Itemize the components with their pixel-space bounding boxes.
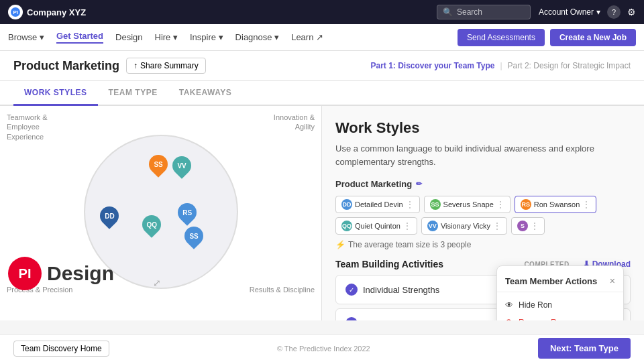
search-placeholder: Search xyxy=(457,7,482,17)
help-icon[interactable]: ? xyxy=(607,5,621,19)
top-navigation: PI Company XYZ 🔍 Search Account Owner ▾ … xyxy=(0,0,644,24)
remove-icon: 🗑 xyxy=(505,318,513,320)
edit-icon[interactable]: ✏ xyxy=(416,180,422,188)
popup-title: Team Member Actions xyxy=(505,276,597,286)
work-styles-description: Use a common language to build individua… xyxy=(335,142,631,168)
label-teamwork: Teamwork & Employee Experience xyxy=(7,113,74,141)
member-avatar-s: S xyxy=(517,221,528,231)
member-avatar-ss: SS xyxy=(430,199,441,210)
member-avatar-vv: VV xyxy=(427,221,438,231)
dot-dd-blue: DD xyxy=(96,202,123,229)
share-summary-button[interactable]: ↑ Share Summary xyxy=(126,58,206,74)
top-nav-right: Account Owner ▾ ? ⚙ xyxy=(539,5,636,19)
pi-design-section: PI Design xyxy=(8,257,114,290)
popup-close-button[interactable]: × xyxy=(610,276,615,286)
search-icon: 🔍 xyxy=(443,7,453,17)
dot-rs-blue: RS xyxy=(174,199,201,226)
member-menu-vv[interactable]: ⋮ xyxy=(493,221,501,231)
account-button[interactable]: Account Owner ▾ xyxy=(539,7,600,17)
member-avatar-rs: RS xyxy=(521,199,531,210)
member-chip-severus-snape[interactable]: SS Severus Snape ⋮ xyxy=(424,196,511,213)
svg-text:PI: PI xyxy=(13,9,19,15)
tab-team-type[interactable]: TEAM TYPE xyxy=(98,81,168,106)
team-member-actions-popup: Team Member Actions × 👁 Hide Ron 🗑 Remov… xyxy=(496,265,624,320)
step-separator: | xyxy=(500,61,502,70)
step-1: Part 1: Discover your Team Type xyxy=(370,61,494,70)
nav-buttons: Send Assessments Create a New Job xyxy=(458,29,636,46)
nav-design[interactable]: Design xyxy=(115,32,142,42)
popup-hide-ron[interactable]: 👁 Hide Ron xyxy=(497,296,623,314)
team-label: Product Marketing ✏ xyxy=(335,179,631,189)
label-innovation: Innovation & Agility xyxy=(261,113,315,141)
team-members-row: DD Detailed Devin ⋮ SS Severus Snape ⋮ R… xyxy=(335,196,631,235)
member-menu-ss[interactable]: ⋮ xyxy=(496,200,504,209)
company-name: Company XYZ xyxy=(27,7,86,17)
check-icon-relationships: ✓ xyxy=(345,317,358,320)
member-menu-rs[interactable]: ⋮ xyxy=(582,200,590,209)
page-steps: Part 1: Discover your Team Type | Part 2… xyxy=(370,61,631,70)
member-avatar-dd: DD xyxy=(341,199,352,210)
dot-ss-orange: SS xyxy=(145,151,172,178)
pi-circle: PI xyxy=(8,257,42,290)
nav-browse[interactable]: Browse ▾ xyxy=(8,32,44,42)
nav-get-started[interactable]: Get Started xyxy=(56,31,103,44)
activity-left-relationships: ✓ Relationships xyxy=(345,317,415,320)
work-styles-title: Work Styles xyxy=(335,119,631,137)
member-chip-detailed-devin[interactable]: DD Detailed Devin ⋮ xyxy=(335,196,420,213)
member-menu-qq[interactable]: ⋮ xyxy=(403,221,411,231)
member-chip-quiet-quinton[interactable]: QQ Quiet Quinton ⋮ xyxy=(335,217,417,235)
page-title: Product Marketing xyxy=(13,59,119,73)
step-2: Part 2: Design for Strategic Impact xyxy=(508,61,631,70)
dot-vv-teal: VV xyxy=(168,152,195,179)
pi-logo-icon: PI xyxy=(8,5,23,19)
dot-qq-teal: QQ xyxy=(138,211,165,238)
nav-diagnose[interactable]: Diagnose ▾ xyxy=(235,32,280,42)
member-chip-ron-swanson[interactable]: RS Ron Swanson ⋮ xyxy=(515,196,597,213)
popup-remove-ron[interactable]: 🗑 Remove Ron xyxy=(497,314,623,320)
left-panel: Teamwork & Employee Experience Innovatio… xyxy=(0,106,322,320)
member-name-qq: Quiet Quinton xyxy=(355,222,400,230)
activity-label-relationships: Relationships xyxy=(363,318,415,321)
check-icon-individual: ✓ xyxy=(345,284,358,296)
create-new-job-button[interactable]: Create a New Job xyxy=(550,29,636,46)
member-avatar-qq: QQ xyxy=(341,221,352,231)
tab-takeaways[interactable]: TAKEAWAYS xyxy=(168,81,243,106)
second-navigation: Browse ▾ Get Started Design Hire ▾ Inspi… xyxy=(0,24,644,51)
design-text: Design xyxy=(47,262,114,285)
resize-icon[interactable]: ⤢ xyxy=(153,278,161,288)
nav-inspire[interactable]: Inspire ▾ xyxy=(190,32,223,42)
member-menu-s[interactable]: ⋮ xyxy=(531,221,539,231)
nav-hire[interactable]: Hire ▾ xyxy=(155,32,178,42)
member-chip-visionary-vicky[interactable]: VV Visionary Vicky ⋮ xyxy=(421,217,507,235)
activity-label-individual: Individual Strengths xyxy=(363,285,439,295)
member-name-ss: Severus Snape xyxy=(443,200,494,208)
settings-icon[interactable]: ⚙ xyxy=(627,7,636,17)
main-content: Teamwork & Employee Experience Innovatio… xyxy=(0,106,644,320)
tabs-row: WORK STYLES TEAM TYPE TAKEAWAYS xyxy=(0,81,644,106)
member-name-vv: Visionary Vicky xyxy=(441,222,490,230)
tab-work-styles[interactable]: WORK STYLES xyxy=(13,81,98,106)
member-menu-dd[interactable]: ⋮ xyxy=(406,200,414,209)
member-name-dd: Detailed Devin xyxy=(355,200,403,208)
dot-ss-blue: SS xyxy=(180,223,207,249)
eye-icon: 👁 xyxy=(505,300,513,310)
popup-header: Team Member Actions × xyxy=(497,273,623,292)
member-chip-s[interactable]: S ⋮ xyxy=(511,217,545,235)
chevron-down-icon: ▾ xyxy=(596,7,600,17)
page-header-left: Product Marketing ↑ Share Summary xyxy=(13,58,206,74)
share-icon: ↑ xyxy=(133,61,138,70)
nav-learn[interactable]: Learn ↗ xyxy=(291,32,323,42)
right-panel: Work Styles Use a common language to bui… xyxy=(322,106,644,320)
label-results: Results & Discipline xyxy=(250,286,315,294)
member-name-rs: Ron Swanson xyxy=(534,200,580,208)
activity-left-individual: ✓ Individual Strengths xyxy=(345,284,439,296)
avg-team-size: The average team size is 3 people xyxy=(335,240,631,249)
company-logo: PI Company XYZ xyxy=(8,5,86,19)
page-header: Product Marketing ↑ Share Summary Part 1… xyxy=(0,51,644,81)
send-assessments-button[interactable]: Send Assessments xyxy=(458,29,545,46)
search-bar[interactable]: 🔍 Search xyxy=(437,5,531,19)
